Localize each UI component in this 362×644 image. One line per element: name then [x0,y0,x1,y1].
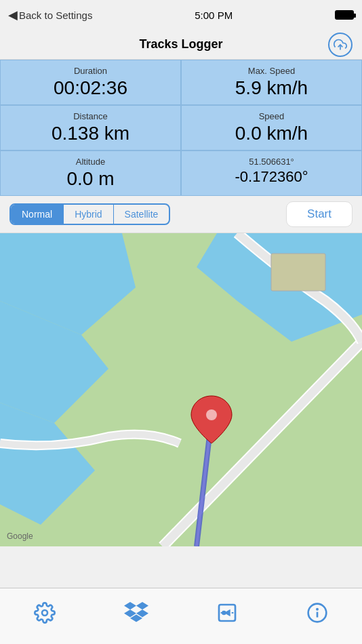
stat-altitude-label: Altitude [7,157,174,167]
chevron-left-icon: ◀ [8,7,18,22]
svg-rect-8 [271,254,325,291]
stat-lat-value: 51.506631° [188,157,355,167]
status-time: 5:00 PM [195,9,233,21]
page-title: Tracks Logger [139,37,222,52]
stat-speed-label: Speed [188,111,355,121]
start-button[interactable]: Start [286,201,353,227]
stats-grid: Duration 00:02:36 Max. Speed 5.9 km/h Di… [0,60,362,196]
stat-lon-value: -0.172360° [188,168,355,186]
title-bar: Tracks Logger [0,30,362,60]
tab-bar [0,588,362,644]
map-satellite-button[interactable]: Satellite [114,205,169,224]
stat-distance-label: Distance [7,111,174,121]
tab-share[interactable] [208,598,246,628]
stat-altitude: Altitude 0.0 m [0,150,181,196]
stat-distance-value: 0.138 km [7,123,174,144]
map-hybrid-button[interactable]: Hybrid [64,205,113,224]
stat-speed-value: 0.0 km/h [188,123,355,144]
tab-settings[interactable] [26,598,64,628]
back-button[interactable]: ◀ Back to Settings [8,7,92,22]
status-bar: ◀ Back to Settings 5:00 PM [0,0,362,30]
stat-altitude-value: 0.0 m [7,168,174,190]
battery-icon [335,10,354,20]
svg-point-13 [206,409,217,420]
stat-distance: Distance 0.138 km [0,105,181,150]
share-icon [216,602,238,624]
tab-dropbox[interactable] [116,598,157,628]
stat-coordinates: 51.506631° -0.172360° [181,150,362,196]
google-watermark: Google [7,531,33,541]
dropbox-icon [124,602,148,624]
tab-info[interactable] [298,598,336,628]
stat-duration: Duration 00:02:36 [0,60,181,105]
stat-duration-label: Duration [7,66,174,76]
svg-point-14 [42,610,47,616]
gear-icon [34,602,56,624]
map-controls: Normal Hybrid Satellite Start [0,196,362,233]
upload-icon [334,38,347,52]
map-area: Google [0,233,362,546]
stat-max-speed-label: Max. Speed [188,66,355,76]
map-normal-button[interactable]: Normal [11,205,63,224]
stat-max-speed: Max. Speed 5.9 km/h [181,60,362,105]
map-svg [0,233,362,546]
back-label: Back to Settings [19,9,92,21]
map-type-selector[interactable]: Normal Hybrid Satellite [9,203,170,225]
upload-button[interactable] [328,33,353,57]
stat-speed: Speed 0.0 km/h [181,105,362,150]
stat-duration-value: 00:02:36 [7,77,174,99]
stat-max-speed-value: 5.9 km/h [188,77,355,99]
info-icon [306,602,328,624]
